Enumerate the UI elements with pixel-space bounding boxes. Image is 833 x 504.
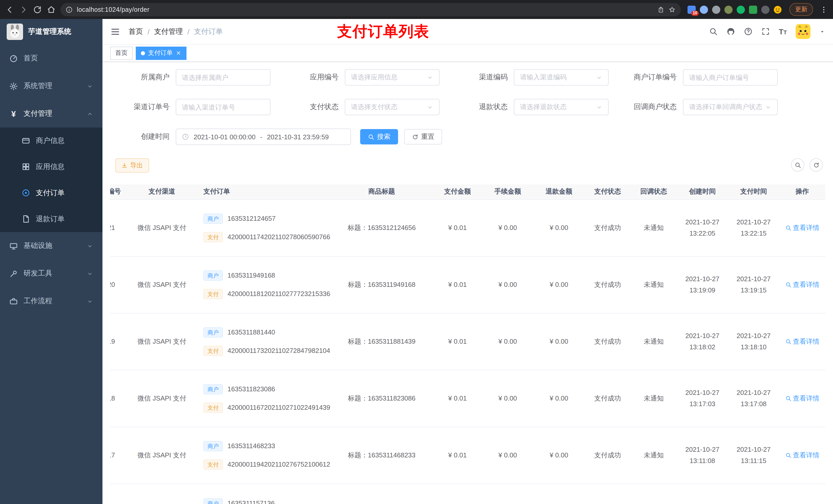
search-button-label: 搜索 bbox=[377, 132, 390, 141]
tags-view: 首页 支付订单 bbox=[102, 45, 833, 62]
share-icon[interactable] bbox=[657, 6, 664, 13]
browser-forward-icon[interactable] bbox=[19, 5, 28, 14]
address-bar[interactable]: localhost:1024/pay/order bbox=[61, 3, 681, 16]
view-detail-link[interactable]: 查看详情 bbox=[785, 336, 819, 347]
filter-merchant-order-no: 商户订单编号 bbox=[621, 69, 778, 86]
extension-icon[interactable] bbox=[712, 5, 720, 14]
sidebar-item-label: 基础设施 bbox=[24, 241, 52, 250]
merchant-order-no: 1635311823086 bbox=[228, 384, 275, 395]
cell-status: 支付成功 bbox=[585, 200, 630, 256]
refresh-table-button[interactable] bbox=[809, 158, 823, 172]
extension-icon[interactable]: 10 bbox=[688, 5, 696, 14]
view-detail-link[interactable]: 查看详情 bbox=[785, 222, 819, 234]
user-avatar[interactable] bbox=[795, 24, 810, 39]
sidebar-item-payment[interactable]: ¥ 支付管理 bbox=[0, 100, 102, 127]
filter-notify-status: 回调商户状态 请选择订单回调商户状态 bbox=[621, 99, 778, 115]
sidebar-item-infra[interactable]: 基础设施 bbox=[0, 232, 102, 260]
sidebar-item-merchant-info[interactable]: 商户信息 bbox=[0, 127, 102, 154]
cell-id: 21 bbox=[110, 200, 130, 256]
cell-channel: 微信 JSAPI 支付 bbox=[130, 370, 193, 427]
sidebar-item-home[interactable]: 首页 bbox=[0, 45, 102, 72]
reset-button[interactable]: 重置 bbox=[404, 129, 442, 144]
close-icon[interactable] bbox=[176, 50, 181, 56]
channel-code-select[interactable]: 请输入渠道编码 bbox=[514, 69, 609, 86]
sidebar-item-system[interactable]: 系统管理 bbox=[0, 72, 102, 100]
search-icon[interactable] bbox=[709, 27, 718, 36]
extension-icon[interactable] bbox=[700, 5, 708, 14]
browser-reload-icon[interactable] bbox=[33, 5, 42, 14]
create-time-range-picker[interactable]: 2021-10-01 00:00:00 - 2021-10-31 23:59:5… bbox=[176, 128, 351, 145]
breadcrumb-pay-management[interactable]: 支付管理 bbox=[154, 27, 183, 36]
app-logo[interactable]: 芋道管理系统 bbox=[0, 19, 102, 45]
filter-merchant: 所属商户 bbox=[114, 69, 270, 86]
browser-back-icon[interactable] bbox=[5, 5, 14, 14]
channel-order-no: 4200001173202110272847982104 bbox=[228, 345, 330, 357]
cell-status: 支付成功 bbox=[585, 370, 630, 427]
help-icon[interactable] bbox=[744, 27, 753, 36]
tab-pay-order[interactable]: 支付订单 bbox=[136, 46, 187, 60]
sidebar-item-label: 应用信息 bbox=[36, 162, 65, 171]
cell-channel: 微信 JSAPI 支付 bbox=[130, 427, 193, 483]
sidebar-toggle-icon[interactable] bbox=[110, 26, 120, 37]
cell-actions: 查看详情 bbox=[779, 427, 825, 483]
view-detail-link[interactable]: 查看详情 bbox=[785, 393, 819, 404]
export-button[interactable]: 导出 bbox=[115, 158, 149, 173]
filter-channel-order-no: 渠道订单号 bbox=[114, 99, 270, 115]
sidebar-item-pay-order[interactable]: 支付订单 bbox=[0, 180, 102, 206]
merchant-order-no-input[interactable] bbox=[683, 69, 778, 86]
bookmark-star-icon[interactable] bbox=[669, 6, 676, 13]
cell-order: 商户 1635312124657 支付 42000011742021102780… bbox=[193, 200, 330, 256]
pay-tag: 支付 bbox=[204, 346, 223, 356]
refresh-icon bbox=[412, 134, 419, 140]
browser-home-icon[interactable] bbox=[47, 5, 56, 14]
channel-order-no: 4200001167202110271022491439 bbox=[228, 402, 330, 413]
app-id-select[interactable]: 请选择应用信息 bbox=[345, 69, 439, 86]
sidebar-item-workflow[interactable]: 工作流程 bbox=[0, 287, 102, 315]
browser-update-button[interactable]: 更新 bbox=[789, 3, 813, 16]
sidebar-item-refund-order[interactable]: 退款订单 bbox=[0, 206, 102, 232]
tab-home[interactable]: 首页 bbox=[110, 46, 133, 60]
search-icon bbox=[785, 452, 791, 458]
extension-icon[interactable] bbox=[724, 5, 733, 14]
pay-status-select[interactable]: 请选择支付状态 bbox=[345, 99, 439, 115]
chevron-up-icon bbox=[87, 111, 93, 117]
toggle-search-button[interactable] bbox=[791, 158, 804, 172]
breadcrumb-current: 支付订单 bbox=[194, 27, 223, 36]
cell-actions: 查看详情 bbox=[779, 484, 825, 504]
search-button[interactable]: 搜索 bbox=[360, 129, 398, 144]
channel-order-no-input[interactable] bbox=[176, 99, 270, 115]
filter-label: 渠道订单号 bbox=[114, 102, 176, 112]
cell-fee: ¥ 0.00 bbox=[482, 200, 533, 256]
sidebar-item-dev-tools[interactable]: 研发工具 bbox=[0, 260, 102, 287]
url-text[interactable]: localhost:1024/pay/order bbox=[77, 6, 653, 13]
right-toolbar bbox=[791, 158, 823, 172]
extension-icon[interactable] bbox=[749, 5, 757, 14]
merchant-order-no: 1635311157136 bbox=[228, 498, 275, 504]
view-detail-link[interactable]: 查看详情 bbox=[785, 279, 819, 290]
merchant-input[interactable] bbox=[176, 69, 270, 86]
github-icon[interactable] bbox=[727, 27, 735, 36]
cell-id: 20 bbox=[110, 257, 130, 313]
view-detail-link[interactable]: 查看详情 bbox=[785, 450, 819, 461]
browser-menu-icon[interactable] bbox=[820, 5, 828, 14]
sidebar-item-app-info[interactable]: 应用信息 bbox=[0, 154, 102, 180]
column-header-pay-time: 支付时间 bbox=[728, 186, 779, 197]
notify-status-select[interactable]: 请选择订单回调商户状态 bbox=[683, 99, 778, 115]
font-size-icon[interactable]: TT bbox=[779, 27, 787, 36]
clock-icon bbox=[182, 133, 189, 140]
site-info-icon[interactable] bbox=[66, 6, 73, 13]
cell-refund: ¥ 0.00 bbox=[533, 370, 585, 427]
refund-status-select[interactable]: 请选择退款状态 bbox=[514, 99, 609, 115]
user-menu-caret-icon[interactable] bbox=[819, 28, 825, 34]
extension-icon[interactable] bbox=[737, 5, 745, 14]
cell-pay-time: 2021-10-2713:11:15 bbox=[728, 427, 779, 483]
cell-refund: ¥ 0.00 bbox=[533, 257, 585, 313]
breadcrumb-home[interactable]: 首页 bbox=[128, 27, 143, 36]
orders-table: 编号 支付渠道 支付订单 商品标题 支付金额 手续金额 退款金额 支付状态 回调… bbox=[110, 184, 825, 504]
cell-id: 17 bbox=[110, 427, 130, 483]
profile-avatar-icon[interactable] bbox=[774, 5, 782, 14]
extension-icon[interactable] bbox=[761, 5, 769, 14]
sidebar-item-label: 研发工具 bbox=[24, 269, 52, 278]
filter-row-3: 创建时间 2021-10-01 00:00:00 - 2021-10-31 23… bbox=[110, 128, 825, 145]
fullscreen-icon[interactable] bbox=[761, 27, 770, 36]
